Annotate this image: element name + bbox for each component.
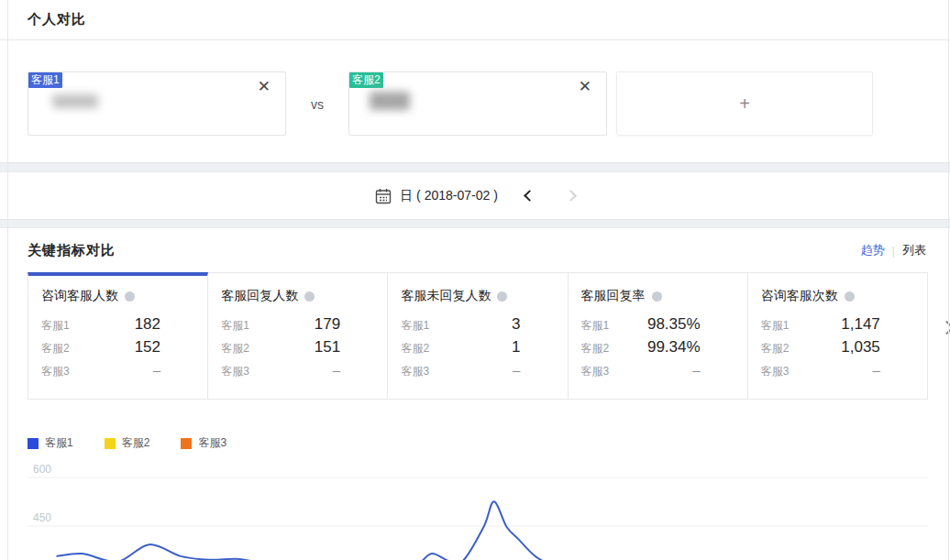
legend-swatch-blue <box>28 438 39 449</box>
key-metrics-header: 关键指标对比 趋势 | 列表 <box>0 228 950 272</box>
toggle-trend[interactable]: 趋势 <box>861 242 885 258</box>
toggle-divider: | <box>892 244 895 258</box>
metric-value: 1,147 <box>841 313 880 335</box>
metric-row-label: 客服3 <box>581 360 610 382</box>
metric-value: – <box>153 359 160 381</box>
metric-title: 咨询客服次数 <box>761 288 838 304</box>
metric-row-label: 客服2 <box>761 337 790 359</box>
metric-row-label: 客服1 <box>41 314 70 336</box>
next-day-button-disabled <box>565 190 577 202</box>
toggle-list[interactable]: 列表 <box>902 242 926 258</box>
previous-day-button[interactable] <box>524 190 536 202</box>
date-navigator: 日 ( 2018-07-02 ) <box>0 172 950 219</box>
trend-line-chart: 600450300 <box>0 455 950 560</box>
plus-icon: + <box>739 93 750 115</box>
agent-card-1[interactable]: 客服1 ✕ <box>28 71 286 136</box>
trend-line-svg <box>0 455 950 560</box>
metric-card-consult-users[interactable]: 咨询客服人数 客服1182 客服2152 客服3– <box>28 272 208 400</box>
metric-value: 1 <box>512 336 520 358</box>
y-axis-tick-label: 450 <box>33 511 51 524</box>
metric-value: 151 <box>315 336 340 358</box>
metric-value: 99.34% <box>647 336 701 358</box>
metric-row-label: 客服3 <box>221 360 249 382</box>
metric-row-label: 客服2 <box>581 337 610 359</box>
metric-value: 179 <box>315 313 340 335</box>
section-divider <box>0 162 950 172</box>
page-title: 个人对比 <box>28 11 86 28</box>
info-icon[interactable] <box>304 291 315 302</box>
metric-row-label: 客服3 <box>401 360 429 382</box>
add-agent-button[interactable]: + <box>616 71 873 136</box>
metric-row-label: 客服1 <box>221 314 249 336</box>
metric-title: 客服回复人数 <box>221 288 298 304</box>
agent-badge-1: 客服1 <box>28 72 62 88</box>
metric-row-label: 客服2 <box>41 337 70 359</box>
agent-compare-row: 客服1 ✕ vs 客服2 ✕ + <box>0 40 950 162</box>
metric-value: – <box>872 359 879 381</box>
metric-value: 152 <box>135 336 160 358</box>
calendar-icon[interactable] <box>375 188 392 204</box>
metric-value: – <box>513 359 520 381</box>
page-left-border <box>7 0 8 560</box>
metric-value: – <box>692 359 700 381</box>
key-metrics-title: 关键指标对比 <box>28 242 116 259</box>
legend-item-agent1[interactable]: 客服1 <box>28 435 73 451</box>
info-icon[interactable] <box>845 291 855 302</box>
metric-value: 3 <box>512 313 520 335</box>
legend-label: 客服1 <box>45 435 73 451</box>
metric-card-consult-count[interactable]: 咨询客服次数 客服11,147 客服21,035 客服3– <box>748 272 928 400</box>
metric-row-label: 客服1 <box>401 314 429 336</box>
metric-row-label: 客服3 <box>41 360 70 382</box>
metric-cards-row: 咨询客服人数 客服1182 客服2152 客服3– 客服回复人数 客服1179 … <box>28 272 928 400</box>
metric-row-label: 客服3 <box>761 360 790 382</box>
agent-badge-2: 客服2 <box>349 72 383 88</box>
metric-value: 98.35% <box>647 313 701 335</box>
view-toggle: 趋势 | 列表 <box>861 242 926 258</box>
metric-row-label: 客服1 <box>761 314 790 336</box>
metric-value: – <box>333 359 340 381</box>
page-right-border <box>948 0 949 560</box>
personal-compare-page: 个人对比 客服1 ✕ vs 客服2 ✕ + 日 ( 2018-07-02 ) <box>0 0 950 560</box>
agent-name-redacted-2 <box>370 92 410 110</box>
section-header-personal-compare: 个人对比 <box>0 0 950 40</box>
legend-item-agent2[interactable]: 客服2 <box>105 435 150 451</box>
legend-swatch-yellow <box>105 438 116 449</box>
legend-label: 客服3 <box>198 435 226 451</box>
vs-label: vs <box>286 97 348 112</box>
y-axis-tick-label: 600 <box>33 463 51 476</box>
legend-item-agent3[interactable]: 客服3 <box>181 435 226 451</box>
chart-legend: 客服1 客服2 客服3 <box>28 435 950 451</box>
remove-agent-1-button[interactable]: ✕ <box>258 77 271 97</box>
metric-value: 1,035 <box>841 336 880 358</box>
section-divider <box>0 219 950 228</box>
info-icon[interactable] <box>497 291 507 302</box>
metric-title: 客服未回复人数 <box>401 288 491 304</box>
metric-row-label: 客服1 <box>581 314 610 336</box>
metric-row-label: 客服2 <box>221 337 249 359</box>
metric-title: 客服回复率 <box>581 288 646 304</box>
agent-card-2[interactable]: 客服2 ✕ <box>348 71 607 136</box>
remove-agent-2-button[interactable]: ✕ <box>579 77 591 97</box>
metric-card-reply-rate[interactable]: 客服回复率 客服198.35% 客服299.34% 客服3– <box>569 272 748 400</box>
legend-label: 客服2 <box>122 435 150 451</box>
metric-title: 咨询客服人数 <box>41 288 118 304</box>
agent-name-redacted-1 <box>52 94 98 108</box>
info-icon[interactable] <box>652 291 662 302</box>
metric-card-replied-users[interactable]: 客服回复人数 客服1179 客服2151 客服3– <box>208 272 388 400</box>
date-granularity-label[interactable]: 日 ( 2018-07-02 ) <box>400 188 498 204</box>
metric-card-unreplied-users[interactable]: 客服未回复人数 客服13 客服21 客服3– <box>388 272 568 400</box>
metric-value: 182 <box>135 313 160 335</box>
info-icon[interactable] <box>125 291 135 302</box>
legend-swatch-orange <box>181 438 192 449</box>
metric-row-label: 客服2 <box>401 337 429 359</box>
